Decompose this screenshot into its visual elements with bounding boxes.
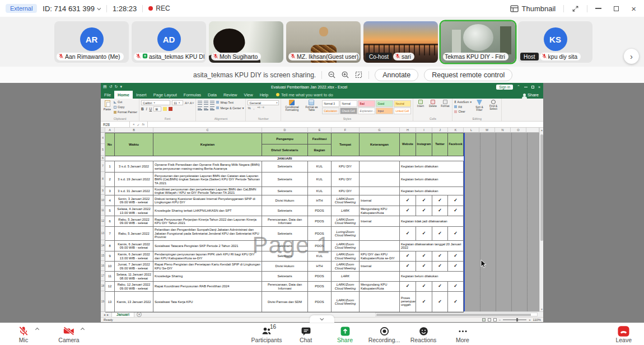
video-tile[interactable]: ARAan Rimawanto (Me) [54,21,129,63]
undo-icon[interactable]: ↺ [109,85,113,89]
minimize-button[interactable] [595,8,601,9]
cell-waktu[interactable]: Kamis, 6 Januari 2022 13.00 WIB - selesa… [115,251,153,262]
cell-keterangan[interactable]: Mengundang KPU Kabupaten/Kota [360,206,400,216]
header-facebook[interactable]: Facebook [448,133,464,156]
zoom-percent[interactable]: 110% [533,318,541,321]
video-tile[interactable]: Co-hostsari [363,21,438,63]
row-header-13[interactable]: 13 [101,226,105,240]
find-select-button[interactable]: Find & Select [487,99,500,111]
column-header-K[interactable]: K [448,128,464,133]
menu-tab-review[interactable]: Review [220,91,241,99]
row-header-7[interactable]: 7 [101,161,105,172]
cell-kegiatan[interactable]: Sosialisasi Tata Kerja KPU [153,292,262,313]
add-sheet-button[interactable]: + [137,312,142,317]
cell-fasilitasi[interactable]: HTH [308,262,332,272]
mic-button[interactable]: Mic [8,325,39,343]
menu-tab-file[interactable]: File [101,91,114,99]
scrollbar-thumb[interactable] [540,134,543,241]
style-chip[interactable]: Bad [358,100,375,107]
column-header-E[interactable]: E [308,128,332,133]
menu-tab-help[interactable]: Help [256,91,272,99]
cell-keterangan[interactable] [360,187,400,195]
cell-keterangan[interactable] [360,227,400,241]
cell-check[interactable]: ✓ [448,282,464,292]
cell-social-note[interactable]: Kegiatan tidak jadi dilaksanakan [400,216,464,227]
delete-cells-button[interactable]: Delete [427,99,438,108]
vertical-scrollbar[interactable]: ▴ ▾ [539,128,543,311]
cell-check[interactable]: ✓ [416,195,432,206]
row-header-10[interactable]: 10 [101,195,105,206]
cell-check[interactable]: ✓ [400,251,416,262]
column-header-G[interactable]: G [360,128,400,133]
row-header-19[interactable]: 19 [101,291,105,312]
cell-check[interactable]: ✓ [448,251,464,262]
header-website[interactable]: Website [400,133,416,156]
format-cells-button[interactable]: Format [440,99,450,108]
cell-check[interactable]: ✓ [400,227,416,241]
cell-check[interactable]: ✓ [432,206,448,216]
cell-check[interactable]: ✓ [432,292,448,313]
bold-button[interactable]: B [141,107,144,111]
row-header-9[interactable]: 9 [101,187,105,195]
header-pengampu[interactable]: PengampuDivisi/ Sekretaris [262,133,308,156]
thumbnail-view-button[interactable]: Thumbnail [510,4,556,13]
row-header-6[interactable]: 6 [101,156,105,161]
fit-to-window-icon[interactable] [354,71,363,79]
cell-check[interactable]: ✓ [416,262,432,272]
cell-check[interactable]: ✓ [400,282,416,292]
style-chip[interactable]: Calculation [322,108,339,114]
cell-keterangan[interactable] [360,161,400,172]
cell-check[interactable]: ✓ [400,206,416,216]
video-tile[interactable]: Tekmas KPU DIY - Fitri [441,21,515,63]
font-family-select[interactable]: Calibri▾ [141,100,170,105]
cell-tempat[interactable]: LARK/Zoom Cloud Meeting [332,195,360,206]
column-header-J[interactable]: J [432,128,448,133]
conditional-formatting-button[interactable]: Conditional Formatting [283,99,301,112]
style-chip[interactable]: Good [376,100,393,107]
row-header-17[interactable]: 17 [101,271,105,281]
column-header-O[interactable]: O [511,128,526,133]
menu-tab-page-layout[interactable]: Page Layout [150,91,180,99]
fx-icon[interactable]: fx [142,123,145,126]
cell-fasilitasi[interactable]: HTH [308,195,332,206]
cell-no[interactable]: 5 [105,206,115,216]
cell-no[interactable]: 4 [105,195,115,206]
share-screen-button[interactable]: Share [329,325,361,343]
sign-in-button[interactable]: Sign in [496,85,513,90]
cell-check[interactable]: ✓ [416,292,432,313]
row-header-11[interactable]: 11 [101,206,105,216]
italic-button[interactable]: I [146,107,147,111]
cell-check[interactable]: ✓ [432,227,448,241]
cell-waktu[interactable]: Kamis, 6 Januari 2022 09.00 WIB - selesa… [115,241,153,251]
borders-button[interactable]: ⊞ [153,106,161,111]
header-tempat[interactable]: Tempat [332,133,360,156]
excel-share-button[interactable]: Share [523,92,539,97]
cell-pengampu[interactable]: Sekretaris [262,227,308,241]
cell-check[interactable]: ✓ [432,282,448,292]
sort-filter-button[interactable]: Sort & Filter [473,99,486,112]
cell-pengampu[interactable]: Sekretaris [262,251,308,262]
cut-button[interactable]: Cut [114,100,137,105]
cell-pengampu[interactable]: Perencanaan, Data dan Informasi [262,216,308,227]
cell-waktu[interactable]: Selasa, 4 Januari 2022 13.00 WIB - seles… [115,206,153,216]
row-header-5[interactable]: 5 [101,144,105,156]
header-waktu[interactable]: Waktu [115,133,153,156]
cell-waktu[interactable]: Rabu, 5 Januari 2022 [115,227,153,241]
cell-waktu[interactable]: Selasa, 11 Januari 2022 08.00 WIB - sele… [115,272,153,282]
name-box[interactable]: R28 [101,122,130,127]
menu-tab-data[interactable]: Data [204,91,220,99]
cell-no[interactable]: 13 [105,292,115,313]
style-chip[interactable]: Explanator... [358,108,375,114]
cell-pengampu[interactable]: Divisi Hukum [262,195,308,206]
column-header-D[interactable]: D [262,128,308,133]
row-header-18[interactable]: 18 [101,281,105,291]
next-participants-button[interactable]: › [624,49,639,64]
align-right-icon[interactable] [210,106,214,110]
menu-tab-insert[interactable]: Insert [133,91,150,99]
cell-social-note[interactable]: Kegiatan belum dilakukan [400,161,464,172]
cell-kegiatan[interactable]: Rapat Koordinasi Penyusunan RAB Pemiliha… [153,282,262,292]
align-center-icon[interactable] [204,106,208,110]
cell-fasilitasi[interactable]: PDOS [308,241,332,251]
header-no[interactable]: No [105,133,115,156]
video-tile[interactable]: MZ. Ikhsan(Guest user) [286,21,361,63]
